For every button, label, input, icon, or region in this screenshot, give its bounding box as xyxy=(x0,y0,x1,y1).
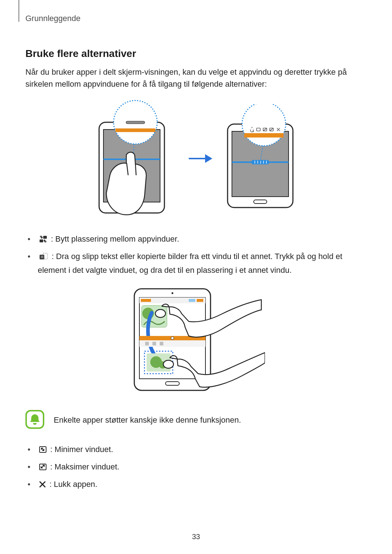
close-app-icon xyxy=(38,480,46,492)
bullet-close-text: : Lukk appen. xyxy=(49,480,97,489)
svg-rect-40 xyxy=(197,299,203,302)
minimize-window-icon xyxy=(38,445,47,457)
bullet-drag-text: : Dra og slipp tekst eller kopierte bild… xyxy=(38,252,342,275)
svg-rect-49 xyxy=(160,342,163,345)
bullet-close: : Lukk appen. xyxy=(38,478,367,492)
bullet-swap: : Bytt plassering mellom appvinduer. xyxy=(38,233,367,247)
illustration-tablet-right xyxy=(220,104,300,213)
bullet-minimize: : Minimer vinduet. xyxy=(38,443,367,457)
svg-point-45 xyxy=(171,337,174,340)
swap-windows-icon xyxy=(38,234,48,247)
svg-point-23 xyxy=(242,104,286,146)
svg-point-35 xyxy=(172,292,173,294)
svg-marker-11 xyxy=(205,154,212,163)
svg-rect-38 xyxy=(141,299,151,302)
illustration-tablet-left xyxy=(92,99,179,218)
svg-rect-24 xyxy=(244,133,283,138)
note-bell-icon xyxy=(25,410,44,430)
svg-rect-48 xyxy=(152,342,156,345)
note-callout: Enkelte apper støtter kanskje ikke denne… xyxy=(25,410,367,430)
figure-split-screen-options xyxy=(25,99,367,218)
maximize-window-icon xyxy=(38,462,47,475)
svg-rect-30 xyxy=(43,236,47,239)
note-text: Enkelte apper støtter kanskje ikke denne… xyxy=(54,415,241,425)
bullet-maximize: : Maksimer vinduet. xyxy=(38,461,367,475)
svg-point-55 xyxy=(163,360,173,368)
bullet-maximize-text: : Maksimer vinduet. xyxy=(50,462,119,471)
bullet-minimize-text: : Minimer vinduet. xyxy=(50,445,113,454)
bullet-drag: : Dra og slipp tekst eller kopierte bild… xyxy=(38,250,367,276)
drag-content-icon xyxy=(38,252,49,264)
svg-rect-47 xyxy=(145,342,149,345)
bullet-list-bottom: : Minimer vinduet. : Maksimer vinduet. :… xyxy=(25,443,367,492)
svg-rect-29 xyxy=(40,239,43,242)
page: Grunnleggende Bruke flere alternativer N… xyxy=(0,0,392,554)
svg-rect-8 xyxy=(126,121,145,124)
svg-rect-46 xyxy=(139,340,205,347)
page-tab-marker xyxy=(19,0,19,22)
figure-drag-between-windows xyxy=(25,285,367,394)
intro-paragraph: Når du bruker apper i delt skjerm-visnin… xyxy=(25,66,367,90)
svg-rect-39 xyxy=(189,299,195,302)
bullet-list-top: : Bytt plassering mellom appvinduer. : D… xyxy=(25,233,367,276)
running-header: Grunnleggende xyxy=(25,14,367,23)
page-number: 33 xyxy=(0,533,392,541)
svg-point-54 xyxy=(155,309,166,317)
arrow-right-icon xyxy=(187,151,212,166)
section-title: Bruke flere alternativer xyxy=(25,48,367,59)
svg-rect-7 xyxy=(115,128,155,132)
bullet-swap-text: : Bytt plassering mellom appvinduer. xyxy=(51,234,179,243)
